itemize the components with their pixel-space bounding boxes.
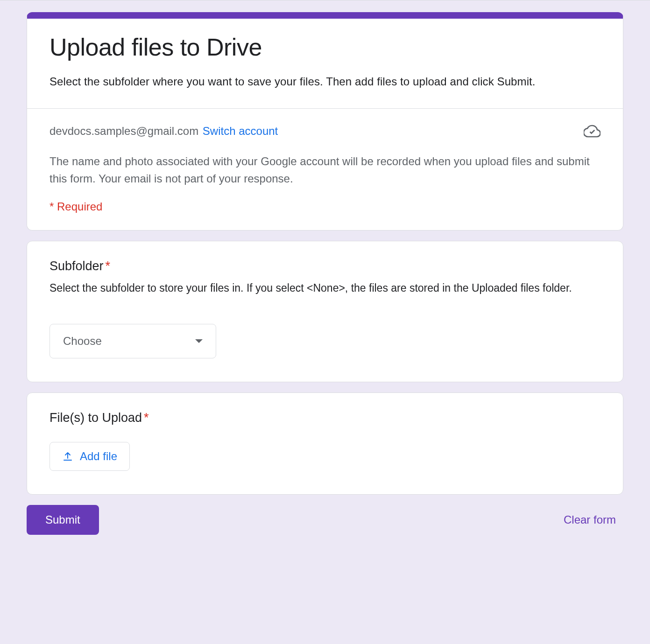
account-section: devdocs.samples@gmail.com Switch account… xyxy=(27,109,623,230)
upload-icon xyxy=(62,451,73,462)
form-title: Upload files to Drive xyxy=(49,33,601,62)
question-label: File(s) to Upload xyxy=(49,411,142,425)
subfolder-question-description: Select the subfolder to store your files… xyxy=(49,280,601,297)
required-asterisk: * xyxy=(106,259,111,273)
submit-button[interactable]: Submit xyxy=(27,505,99,535)
account-row: devdocs.samples@gmail.com Switch account xyxy=(49,123,601,140)
switch-account-link[interactable]: Switch account xyxy=(203,125,278,137)
upload-question-title: File(s) to Upload* xyxy=(49,411,601,425)
actions-row: Submit Clear form xyxy=(27,505,623,535)
form-description: Select the subfolder where you want to s… xyxy=(49,73,601,90)
dropdown-label: Choose xyxy=(63,335,102,348)
add-file-label: Add file xyxy=(80,450,117,463)
header-card: Upload files to Drive Select the subfold… xyxy=(27,12,623,231)
add-file-button[interactable]: Add file xyxy=(49,442,130,471)
subfolder-question-card: Subfolder* Select the subfolder to store… xyxy=(27,241,623,382)
required-indicator: * Required xyxy=(49,200,601,213)
clear-form-button[interactable]: Clear form xyxy=(564,513,616,526)
cloud-done-icon xyxy=(584,123,601,140)
required-asterisk: * xyxy=(144,411,149,425)
chevron-down-icon xyxy=(195,339,203,343)
upload-question-card: File(s) to Upload* Add file xyxy=(27,392,623,495)
subfolder-dropdown[interactable]: Choose xyxy=(49,324,216,358)
form-container: Upload files to Drive Select the subfold… xyxy=(27,12,623,535)
account-email: devdocs.samples@gmail.com xyxy=(49,125,198,137)
question-label: Subfolder xyxy=(49,259,104,273)
header-section: Upload files to Drive Select the subfold… xyxy=(27,19,623,108)
privacy-notice: The name and photo associated with your … xyxy=(49,153,601,187)
account-info: devdocs.samples@gmail.com Switch account xyxy=(49,123,278,140)
subfolder-question-title: Subfolder* xyxy=(49,259,601,273)
